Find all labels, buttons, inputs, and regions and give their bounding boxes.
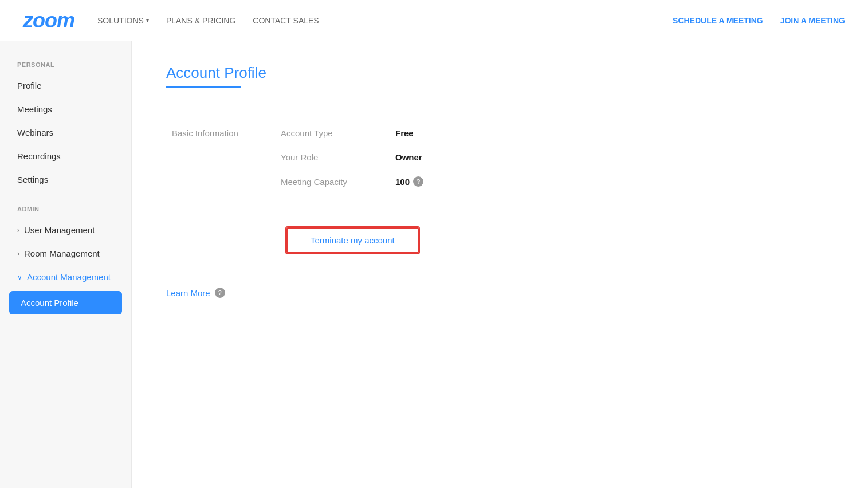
basic-information-row: Basic Information Account Type Free Your… xyxy=(166,111,834,204)
chevron-down-icon: ∨ xyxy=(17,273,22,281)
layout: PERSONAL Profile Meetings Webinars Recor… xyxy=(0,41,868,488)
schedule-meeting-link[interactable]: SCHEDULE A MEETING xyxy=(673,16,763,25)
chevron-right-icon: › xyxy=(17,226,19,234)
meeting-capacity-value: 100 ? xyxy=(395,176,423,187)
logo[interactable]: zoom xyxy=(23,9,74,33)
plans-pricing-nav-link[interactable]: PLANS & PRICING xyxy=(166,16,235,25)
solutions-nav-link[interactable]: SOLUTIONS ▾ xyxy=(97,16,149,25)
sidebar-item-webinars[interactable]: Webinars xyxy=(0,121,131,144)
nav-actions: SCHEDULE A MEETING JOIN A MEETING xyxy=(673,16,845,25)
join-meeting-link[interactable]: JOIN A MEETING xyxy=(780,16,845,25)
sidebar-item-room-management[interactable]: › Room Management xyxy=(0,242,131,265)
page-title: Account Profile xyxy=(166,64,834,82)
sidebar-divider xyxy=(0,191,131,203)
sidebar-item-profile[interactable]: Profile xyxy=(0,74,131,97)
admin-section-label: ADMIN xyxy=(0,203,131,218)
account-type-label: Account Type xyxy=(281,128,395,138)
contact-sales-nav-link[interactable]: CONTACT SALES xyxy=(253,16,319,25)
account-type-row: Account Type Free xyxy=(281,128,834,138)
chevron-down-icon: ▾ xyxy=(146,17,149,23)
account-type-value: Free xyxy=(395,128,414,138)
your-role-value: Owner xyxy=(395,152,422,162)
personal-section-label: PERSONAL xyxy=(0,58,131,74)
sidebar-item-account-management[interactable]: ∨ Account Management xyxy=(0,265,131,289)
learn-more-link[interactable]: Learn More xyxy=(166,288,210,298)
sidebar-item-recordings[interactable]: Recordings xyxy=(0,144,131,168)
title-underline xyxy=(166,86,241,88)
meeting-capacity-row: Meeting Capacity 100 ? xyxy=(281,176,834,187)
your-role-label: Your Role xyxy=(281,152,395,162)
meeting-capacity-label: Meeting Capacity xyxy=(281,177,395,187)
sidebar-item-user-management[interactable]: › User Management xyxy=(0,218,131,242)
sidebar: PERSONAL Profile Meetings Webinars Recor… xyxy=(0,41,132,488)
sidebar-item-account-profile[interactable]: Account Profile xyxy=(9,291,122,314)
top-nav: zoom SOLUTIONS ▾ PLANS & PRICING CONTACT… xyxy=(0,0,868,41)
terminate-section: Terminate my account xyxy=(166,204,834,276)
your-role-row: Your Role Owner xyxy=(281,152,834,162)
terminate-account-button[interactable]: Terminate my account xyxy=(286,227,419,253)
learn-more-help-icon[interactable]: ? xyxy=(215,288,225,298)
main-content: Account Profile Basic Information Accoun… xyxy=(132,41,868,488)
sidebar-item-meetings[interactable]: Meetings xyxy=(0,97,131,121)
nav-links: SOLUTIONS ▾ PLANS & PRICING CONTACT SALE… xyxy=(97,16,673,25)
basic-information-label: Basic Information xyxy=(166,128,281,138)
meeting-capacity-help-icon[interactable]: ? xyxy=(413,176,423,187)
info-fields: Account Type Free Your Role Owner Meetin… xyxy=(281,128,834,187)
learn-more-section: Learn More ? xyxy=(166,276,834,298)
sidebar-item-settings[interactable]: Settings xyxy=(0,168,131,191)
chevron-right-icon: › xyxy=(17,250,19,258)
